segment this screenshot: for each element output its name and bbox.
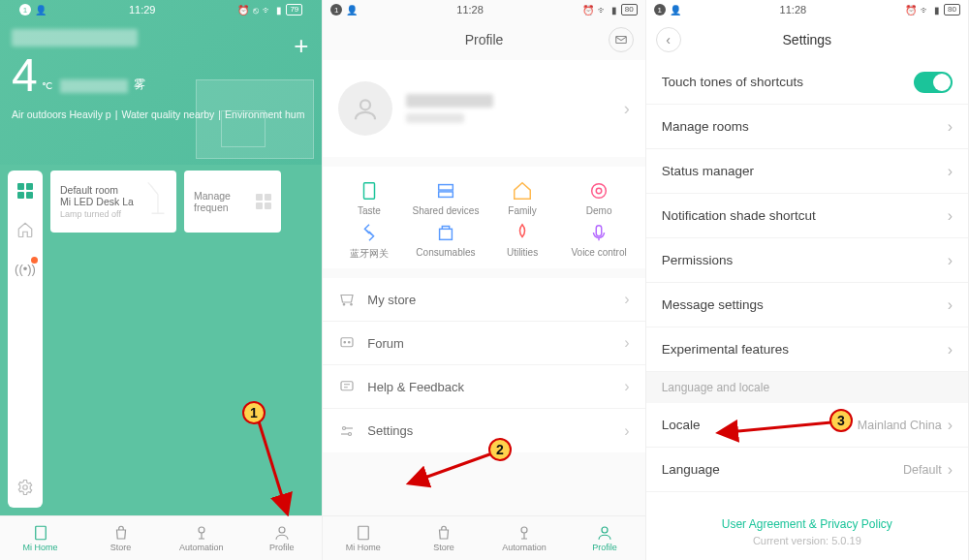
svg-point-17 — [343, 426, 346, 429]
wifi-icon: ᯤ — [921, 5, 930, 16]
status-time: 11:28 — [456, 4, 484, 16]
tab-label: Store — [110, 543, 132, 552]
tab-profile[interactable]: Profile — [565, 516, 645, 560]
status-bar: 1 👤 11:28 ⏰ ᯤ ▮ 80 — [646, 0, 968, 19]
menu-row-my-store[interactable]: My store› — [323, 278, 644, 322]
grid-item-shared-devices[interactable]: Shared devices — [407, 180, 484, 216]
person-icon: 👤 — [346, 5, 358, 16]
grid-item-consumables[interactable]: Consumables — [407, 222, 484, 261]
battery-level: 80 — [621, 4, 638, 16]
settings-row-status-manager[interactable]: Status manager› — [646, 149, 968, 194]
user-agreement-link[interactable]: User Agreement & Privacy Policy — [646, 517, 968, 531]
user-row[interactable]: › — [323, 60, 644, 157]
status-time: 11:28 — [780, 4, 807, 16]
menu-row-settings[interactable]: Settings› — [323, 409, 644, 452]
temperature-unit: ℃ — [42, 80, 52, 91]
wifi-icon: ᯤ — [598, 5, 608, 16]
svg-point-9 — [592, 184, 607, 199]
svg-point-2 — [199, 527, 204, 533]
env-info[interactable]: Environment hum — [225, 109, 304, 120]
device-card-default-room[interactable]: Default room Mi LED Desk La Lamp turned … — [50, 171, 176, 233]
alarm-icon: ⏰ — [905, 5, 917, 16]
alarm-icon: ⏰ — [237, 5, 249, 16]
svg-point-20 — [521, 527, 527, 533]
grid-item-蓝牙网关[interactable]: 蓝牙网关 — [330, 222, 407, 261]
row-value: Default — [903, 463, 942, 477]
rail-signal-button[interactable]: ((•)) — [16, 260, 34, 277]
settings-row-touch-tones-of-shortcuts[interactable]: Touch tones of shortcuts — [646, 60, 968, 105]
status-time: 11:29 — [129, 4, 156, 16]
forum-icon — [338, 334, 356, 352]
lamp-icon — [145, 178, 171, 217]
menu-row-forum[interactable]: Forum› — [323, 322, 644, 365]
store-icon — [112, 524, 130, 542]
tab-label: Profile — [592, 543, 617, 552]
svg-rect-8 — [439, 192, 453, 198]
svg-rect-7 — [439, 185, 453, 191]
air-info[interactable]: Air outdoors Heavily p — [12, 109, 111, 120]
settings-row-locale[interactable]: Locale Mainland China› — [646, 403, 968, 448]
home-top-panel: 1 👤 11:29 ⏰ ⎋ ᯤ ▮ 79 + 4 ℃ 雾 Air outdoor… — [0, 0, 322, 165]
notif-count-icon: 1 — [654, 4, 666, 16]
rail-home-button[interactable] — [16, 221, 34, 238]
svg-point-14 — [344, 342, 346, 344]
signal-icon: ▮ — [276, 5, 282, 16]
env-info-row: Air outdoors Heavily p| Water quality ne… — [12, 109, 310, 120]
svg-point-15 — [349, 342, 351, 344]
manage-rooms-card[interactable]: Manage frequen — [184, 171, 281, 233]
tab-label: Mi Home — [23, 543, 58, 552]
location-blur — [12, 29, 138, 47]
weather-blur — [60, 79, 128, 93]
settings-row-message-settings[interactable]: Message settings› — [646, 283, 968, 327]
profile-menu: My store›Forum›Help & Feedback›Settings› — [323, 278, 644, 452]
tab-store[interactable]: Store — [403, 516, 484, 560]
rail-grid-button[interactable] — [16, 182, 34, 200]
mail-icon — [614, 33, 628, 47]
weather-label: 雾 — [134, 77, 145, 93]
settings-row-language[interactable]: Language Default› — [646, 448, 968, 492]
menu-label: Settings — [367, 423, 413, 438]
grid-item-voice-control[interactable]: Voice control — [561, 222, 638, 261]
tab-automation[interactable]: Automation — [161, 516, 241, 560]
tab-mihome[interactable]: Mi Home — [323, 516, 403, 560]
add-device-button[interactable]: + — [294, 31, 308, 61]
mail-button[interactable] — [609, 27, 634, 52]
grid-icon — [512, 222, 533, 243]
grid-item-demo[interactable]: Demo — [561, 180, 638, 216]
home-icon — [32, 524, 49, 542]
settings-row-experimental-features[interactable]: Experimental features› — [646, 327, 968, 372]
tab-store[interactable]: Store — [80, 516, 161, 560]
screen-profile: 1 👤 11:28 ⏰ ᯤ ▮ 80 Profile › TasteShared… — [323, 0, 645, 560]
back-button[interactable]: ‹ — [656, 27, 681, 52]
chevron-right-icon: › — [624, 291, 629, 308]
menu-label: My store — [367, 293, 416, 307]
svg-point-0 — [23, 485, 28, 490]
automation-icon — [516, 524, 533, 542]
bluetooth-icon: ⎋ — [253, 5, 259, 16]
settings-footer: User Agreement & Privacy Policy Current … — [646, 508, 968, 560]
home-body: ((•)) Default room Mi LED Desk La Lamp t… — [0, 165, 322, 515]
water-info[interactable]: Water quality nearby — [121, 109, 214, 120]
grid-item-taste[interactable]: Taste — [330, 180, 407, 216]
toggle-switch[interactable] — [914, 72, 953, 93]
grid-item-family[interactable]: Family — [484, 180, 560, 216]
chevron-right-icon: › — [624, 378, 629, 395]
screen-settings: 1 👤 11:28 ⏰ ᯤ ▮ 80 ‹ Settings Touch tone… — [646, 0, 969, 560]
settings-row-notification-shade-shortcut[interactable]: Notification shade shortcut› — [646, 194, 968, 238]
person-icon — [351, 94, 380, 123]
rail-settings-button[interactable] — [16, 479, 34, 496]
menu-label: Forum — [367, 336, 404, 351]
settings-row-manage-rooms[interactable]: Manage rooms› — [646, 105, 968, 149]
tab-mihome[interactable]: Mi Home — [0, 516, 80, 560]
grid-label: Taste — [358, 205, 381, 216]
chevron-right-icon: › — [948, 118, 953, 136]
row-label: Message settings — [662, 297, 764, 312]
settings-row-permissions[interactable]: Permissions› — [646, 238, 968, 283]
row-label: Locale — [662, 418, 701, 432]
tab-automation[interactable]: Automation — [484, 516, 564, 560]
menu-row-help-feedback[interactable]: Help & Feedback› — [323, 365, 644, 409]
tab-profile[interactable]: Profile — [241, 516, 322, 560]
store-icon — [435, 524, 453, 542]
grid-label: Consumables — [416, 247, 475, 258]
grid-item-utilities[interactable]: Utilities — [484, 222, 560, 261]
